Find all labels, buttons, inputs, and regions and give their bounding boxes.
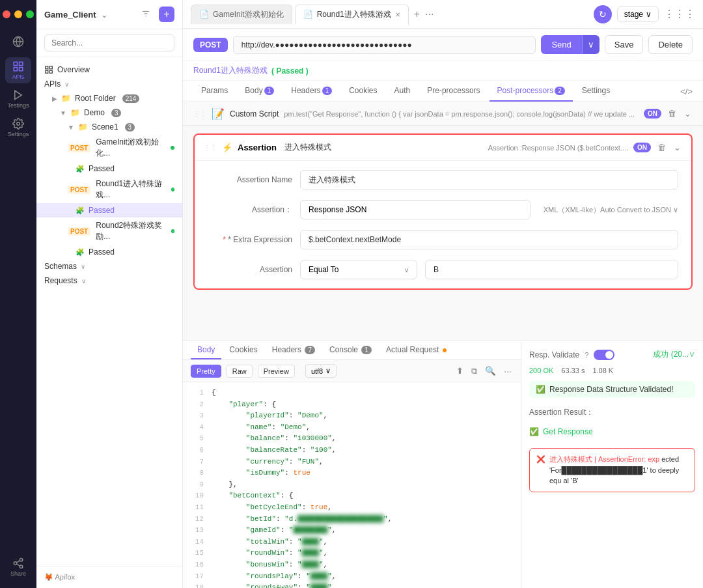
passed-link[interactable]: Round1进入特殊游戏 xyxy=(193,65,268,76)
mac-maximize-button[interactable] xyxy=(26,10,34,18)
get-response-label: Get Response xyxy=(543,427,593,436)
bottom-tab-console[interactable]: Console 1 xyxy=(323,341,378,359)
assertion-expand-button[interactable]: ⌄ xyxy=(672,141,682,154)
tree-root-folder[interactable]: ▶ 📁 Root Folder 214 xyxy=(36,91,182,105)
share-label: Share xyxy=(10,570,26,577)
assertion-name-row: Assertion Name xyxy=(208,170,678,189)
tab-settings[interactable]: Settings xyxy=(574,81,618,102)
assertion-toggle[interactable]: ON xyxy=(633,143,651,152)
tab-round1-close-icon[interactable]: ✕ xyxy=(395,11,400,18)
tree-round1-passed[interactable]: 🧩 Passed xyxy=(36,203,182,217)
gameinit-passed-label: Passed xyxy=(89,164,115,173)
tab-postprocessors[interactable]: Post-processors2 xyxy=(489,81,573,102)
tab-auth[interactable]: Auth xyxy=(387,81,419,102)
assertion-name-input[interactable] xyxy=(300,170,678,189)
resp-validate-help-icon[interactable]: ? xyxy=(585,351,588,359)
resp-validate-header: Resp. Validate ? 成功 (20...∨ xyxy=(529,349,695,360)
save-button[interactable]: Save xyxy=(605,35,644,54)
assertion-delete-button[interactable]: 🗑 xyxy=(656,141,667,154)
search-input[interactable] xyxy=(44,35,174,51)
tree-demo-folder[interactable]: ▼ 📁 Demo 3 xyxy=(36,105,182,120)
assertion-type-select[interactable]: Response JSON xyxy=(300,200,531,219)
send-button[interactable]: Send xyxy=(541,35,581,54)
tree-gameinit[interactable]: POST GameInit游戏初始化... xyxy=(36,134,182,161)
resp-validate-toggle[interactable] xyxy=(594,350,614,360)
bottom-tab-body[interactable]: Body xyxy=(191,341,221,359)
code-line-3: 3 "playerId": "Demo", xyxy=(188,410,516,422)
send-dropdown-button[interactable]: ∨ xyxy=(582,35,600,54)
sidebar-icon-testings[interactable]: Testings xyxy=(5,86,31,112)
assertion-condition-select[interactable]: Equal To ∨ xyxy=(300,260,417,279)
add-button[interactable]: + xyxy=(159,7,174,22)
tree-apis[interactable]: APIs ∨ xyxy=(36,77,182,91)
schemas-chevron-icon: ∨ xyxy=(81,263,85,270)
custom-script-toggle[interactable]: ON xyxy=(644,109,661,119)
tree-round1[interactable]: POST Round1进入特殊游戏... xyxy=(36,176,182,203)
demo-chevron-icon: ▼ xyxy=(60,109,66,117)
tree-gameinit-passed[interactable]: 🧩 Passed xyxy=(36,161,182,176)
svg-rect-4 xyxy=(14,68,17,71)
drag-handle-icon[interactable]: ⋮⋮ xyxy=(193,110,206,117)
preview-button[interactable]: Preview xyxy=(258,365,295,378)
assertion-drag-handle-icon[interactable]: ⋮⋮ xyxy=(204,144,217,151)
encoding-select[interactable]: utf8 ∨ xyxy=(305,364,337,378)
raw-button[interactable]: Raw xyxy=(227,365,253,378)
bottom-tab-actual[interactable]: Actual Request xyxy=(379,341,453,359)
settings-label: Settings xyxy=(8,131,29,137)
expand-icon[interactable]: ⬆ xyxy=(455,365,465,378)
bottom-right-panel: Resp. Validate ? 成功 (20...∨ 200 OK 63.33… xyxy=(521,341,703,588)
refresh-icon[interactable]: ↻ xyxy=(594,5,612,23)
resp-status[interactable]: 成功 (20...∨ xyxy=(653,349,695,360)
tab-round1[interactable]: 📄 Round1进入特殊游戏 ✕ xyxy=(295,5,409,25)
tab-more-button[interactable]: ··· xyxy=(425,8,434,20)
sidebar-icon-global[interactable] xyxy=(5,29,31,55)
svg-rect-2 xyxy=(14,62,17,65)
bottom-tab-cookies[interactable]: Cookies xyxy=(223,341,264,359)
apis-chevron-icon: ∨ xyxy=(64,81,69,88)
search-icon[interactable]: 🔍 xyxy=(484,365,497,378)
tree-schemas[interactable]: Schemas ∨ xyxy=(36,259,182,273)
sidebar-icon-settings[interactable]: Settings xyxy=(5,115,31,141)
pretty-button[interactable]: Pretty xyxy=(191,365,221,378)
tab-gameinit-icon: 📄 xyxy=(199,10,209,19)
delete-button[interactable]: Delete xyxy=(648,35,693,54)
tab-cookies[interactable]: Cookies xyxy=(341,81,385,102)
tab-preprocessors[interactable]: Pre-processors xyxy=(419,81,488,102)
more-options-button[interactable]: ⋮⋮⋮ xyxy=(664,8,695,20)
folder-chevron-icon: ▶ xyxy=(52,95,57,102)
stage-chevron-icon: ∨ xyxy=(646,10,652,19)
assertion-compare-input[interactable] xyxy=(425,260,678,279)
tab-gameinit[interactable]: 📄 GameInit游戏初始化 xyxy=(191,5,292,24)
left-panel: Game_Client ⌄ + Overview APIs ∨ ▶ 📁 Root… xyxy=(36,0,183,588)
check-icon: ✅ xyxy=(536,385,545,394)
main-content-area: 📄 GameInit游戏初始化 📄 Round1进入特殊游戏 ✕ + ··· ↻… xyxy=(183,0,703,588)
tab-add-button[interactable]: + xyxy=(411,6,422,23)
tab-headers[interactable]: Headers1 xyxy=(283,81,340,102)
apis-label: APIs xyxy=(12,74,24,80)
stage-select[interactable]: stage ∨ xyxy=(617,7,659,22)
tree-round2[interactable]: POST Round2特殊游戏奖励... xyxy=(36,217,182,245)
tab-body[interactable]: Body1 xyxy=(237,81,282,102)
app-chevron-icon[interactable]: ⌄ xyxy=(101,10,108,20)
mac-close-button[interactable] xyxy=(3,10,10,18)
tree-round2-passed[interactable]: 🧩 Passed xyxy=(36,245,182,259)
assertion-condition-row: Assertion Equal To ∨ xyxy=(208,260,678,279)
tab-params[interactable]: Params xyxy=(193,81,236,102)
extra-expression-input[interactable] xyxy=(300,230,678,249)
code-line-7: 7 "currency": "FUN", xyxy=(188,456,516,468)
mac-minimize-button[interactable] xyxy=(14,10,22,18)
sidebar-icon-apis[interactable]: APIs xyxy=(5,57,31,83)
more-body-options-button[interactable]: ··· xyxy=(503,365,513,378)
filter-button[interactable] xyxy=(138,7,154,22)
custom-script-expand-button[interactable]: ⌄ xyxy=(683,107,693,120)
mac-window-controls xyxy=(3,5,34,26)
url-input[interactable] xyxy=(233,36,536,54)
tree-requests[interactable]: Requests ∨ xyxy=(36,273,182,288)
code-view-button[interactable]: </> xyxy=(680,87,693,96)
tree-scene1-folder[interactable]: ▼ 📁 Scene1 3 xyxy=(36,120,182,134)
custom-script-delete-button[interactable]: 🗑 xyxy=(667,107,678,120)
sidebar-icon-share[interactable]: Share xyxy=(5,554,31,580)
bottom-tab-headers[interactable]: Headers 7 xyxy=(266,341,322,359)
tree-overview[interactable]: Overview xyxy=(36,63,182,77)
copy-icon[interactable]: ⧉ xyxy=(470,365,478,378)
